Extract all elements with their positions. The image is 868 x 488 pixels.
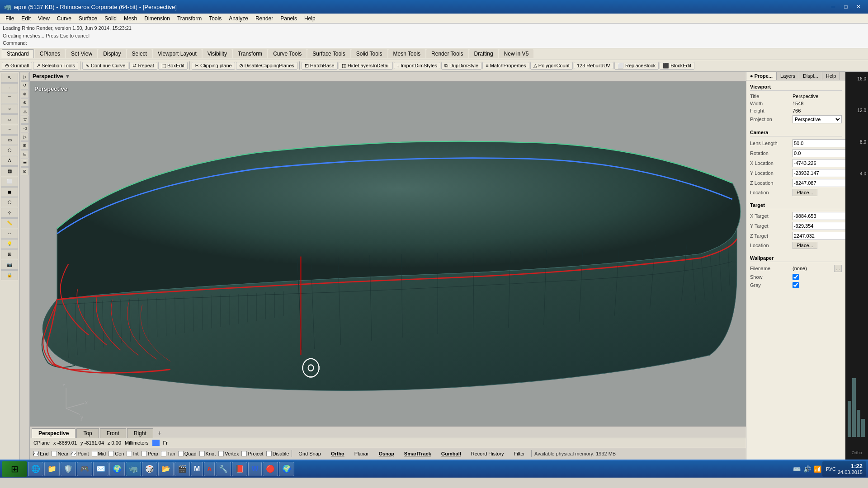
taskbar-app-rhino[interactable]: 🦏 (126, 462, 141, 476)
toolbar-tab-select[interactable]: Select (127, 49, 152, 58)
toolbar-tab-viewport-layout[interactable]: Viewport Layout (153, 49, 202, 58)
menu-panels[interactable]: Panels (277, 14, 301, 23)
snap-btn-smarttrack[interactable]: SmartTrack (401, 450, 435, 457)
tool-alt7[interactable]: ◁ (21, 124, 29, 132)
props-xtarget-input[interactable] (793, 212, 845, 220)
vp-tab-front[interactable]: Front (100, 428, 126, 438)
taskbar-app-folder2[interactable]: 📂 (158, 462, 174, 476)
snap-btn-planar[interactable]: Planar (351, 450, 373, 457)
tool-clipping-plane[interactable]: ✂ Clipping plane (192, 62, 235, 70)
tool-snap[interactable]: 🔒 (1, 270, 18, 280)
tool-render-tool[interactable]: 💡 (1, 239, 18, 249)
tool-select-arrow[interactable]: ↖ (1, 73, 18, 83)
taskbar-app-red[interactable]: 🔴 (263, 462, 278, 476)
vp-tab-add[interactable]: + (154, 428, 165, 438)
taskbar-app-m[interactable]: M (191, 462, 203, 476)
tool-replaceblock[interactable]: ⬜ ReplaceBlock (614, 62, 659, 70)
toolbar-tab-transform[interactable]: Transform (233, 49, 267, 58)
props-target-place-btn[interactable]: Place... (793, 242, 817, 249)
taskbar-app-email[interactable]: ✉️ (93, 462, 108, 476)
taskbar-network-icon[interactable]: 📶 (814, 465, 821, 473)
toolbar-tab-solid-tools[interactable]: Solid Tools (351, 49, 387, 58)
menu-curve[interactable]: Curve (53, 14, 75, 23)
minimize-button[interactable]: ─ (827, 2, 839, 11)
tool-hidelayers[interactable]: ◫ HideLayersInDetail (339, 62, 393, 70)
tool-arc[interactable]: ⌓ (1, 114, 18, 124)
snap-btn-gridsnap[interactable]: Grid Snap (295, 450, 325, 457)
snap-project-check[interactable] (241, 451, 247, 456)
taskbar-app-video[interactable]: 🎬 (175, 462, 190, 476)
menu-help[interactable]: Help (301, 14, 319, 23)
menu-edit[interactable]: Edit (18, 14, 34, 23)
vp-tab-top[interactable]: Top (76, 428, 99, 438)
tool-dimension[interactable]: ↔ (1, 229, 18, 239)
snap-mid[interactable]: Mid (92, 451, 106, 456)
tool-selection-tools[interactable]: ↗ Selection Tools (33, 62, 78, 70)
tool-alt2[interactable]: ↺ (21, 81, 29, 89)
props-projection-select[interactable]: Perspective Parallel (793, 115, 842, 123)
toolbar-tab-drafting[interactable]: Drafting (469, 49, 498, 58)
tool-circle[interactable]: ○ (1, 104, 18, 114)
snap-btn-gumball[interactable]: Gumball (438, 450, 465, 457)
tool-disable-clipping[interactable]: ⊘ DisableClippingPlanes (236, 62, 297, 70)
snap-int[interactable]: Int (127, 451, 138, 456)
props-tab-help[interactable]: Help (822, 72, 840, 80)
toolbar-tab-curve-tools[interactable]: Curve Tools (268, 49, 307, 58)
tool-alt12[interactable]: ⊠ (21, 167, 29, 175)
props-show-checkbox[interactable] (793, 274, 799, 280)
toolbar-tab-display[interactable]: Display (98, 49, 126, 58)
tool-alt3[interactable]: ⊕ (21, 90, 29, 98)
snap-vertex[interactable]: Vertex (218, 451, 239, 456)
tool-alt9[interactable]: ⊞ (21, 141, 29, 150)
props-rotation-input[interactable] (793, 149, 845, 157)
toolbar-tab-new-v5[interactable]: New in V5 (499, 49, 534, 58)
toolbar-tab-setview[interactable]: Set View (66, 49, 97, 58)
tool-blockedit[interactable]: ⬛ BlockEdit (660, 62, 694, 70)
tool-solid[interactable]: ◼ (1, 187, 18, 197)
snap-quad-check[interactable] (178, 451, 184, 456)
taskbar-volume-icon[interactable]: 🔊 (803, 465, 811, 473)
tool-transform[interactable]: ⊹ (1, 208, 18, 218)
props-ytarget-input[interactable] (793, 222, 845, 230)
taskbar-app-shield[interactable]: 🛡️ (61, 462, 76, 476)
tool-polygon[interactable]: ⬡ (1, 145, 18, 155)
props-filename-browse-btn[interactable]: ... (834, 265, 842, 272)
tool-alt1[interactable]: ▷ (21, 73, 29, 81)
taskbar-app-autocad[interactable]: A (204, 462, 215, 476)
snap-disable-check[interactable] (266, 451, 272, 456)
menu-surface[interactable]: Surface (75, 14, 101, 23)
tool-text[interactable]: A (1, 156, 18, 166)
tool-alt11[interactable]: ☰ (21, 159, 29, 167)
menu-transform[interactable]: Transform (174, 14, 205, 23)
taskbar-app-tool2[interactable]: 🔧 (216, 462, 231, 476)
tool-freeform[interactable]: ~ (1, 125, 18, 135)
tool-continue-curve[interactable]: ∿ Continue Curve (82, 62, 129, 70)
taskbar-app-game[interactable]: 🎮 (77, 462, 92, 476)
tool-point[interactable]: · (1, 83, 18, 93)
props-tab-display[interactable]: Displ... (799, 72, 822, 80)
tool-importdim[interactable]: ↓ ImportDimStyles (394, 62, 440, 69)
taskbar-app-chrome2[interactable]: 🌍 (279, 462, 294, 476)
toolbar-tab-mesh-tools[interactable]: Mesh Tools (388, 49, 425, 58)
viewport-dropdown-arrow[interactable]: ▼ (65, 73, 70, 80)
viewport-canvas[interactable]: x z y Perspective (30, 82, 746, 426)
tool-polyline[interactable]: ⌒ (1, 94, 18, 103)
taskbar-clock[interactable]: РУС 1:22 24.03.2015 (822, 461, 866, 477)
maximize-button[interactable]: □ (840, 2, 852, 11)
menu-render[interactable]: Render (252, 14, 277, 23)
close-button[interactable]: ✕ (853, 2, 864, 11)
props-zlocation-input[interactable] (793, 179, 845, 187)
taskbar-app-pdf[interactable]: 📕 (232, 462, 247, 476)
snap-btn-recordhistory[interactable]: Record History (467, 450, 508, 457)
menu-view[interactable]: View (34, 14, 53, 23)
tool-repeat[interactable]: ↺ Repeat (129, 62, 157, 70)
tool-boxedit[interactable]: ⬚ BoxEdit (158, 62, 188, 70)
taskbar-start-button[interactable]: ⊞ (2, 461, 27, 477)
snap-knot[interactable]: Knot (199, 451, 216, 456)
tool-alt10[interactable]: ⊟ (21, 150, 29, 158)
menu-dimension[interactable]: Dimension (141, 14, 174, 23)
tool-alt8[interactable]: ▷ (21, 133, 29, 141)
props-xlocation-input[interactable] (793, 159, 845, 167)
snap-int-check[interactable] (127, 451, 132, 456)
snap-mid-check[interactable] (92, 451, 97, 456)
